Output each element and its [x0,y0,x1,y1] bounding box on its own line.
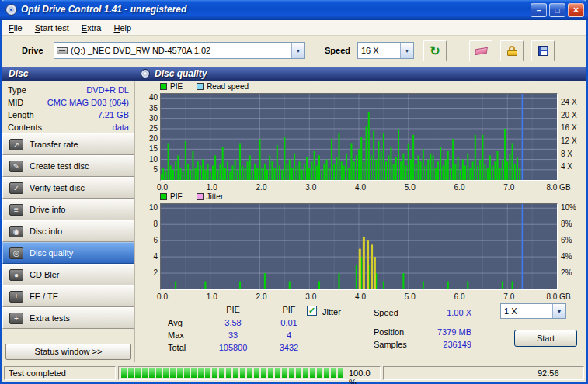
elapsed-time: 92:56 [538,368,559,378]
axis-tick-label: 6.0 [443,183,477,192]
axis-tick-label: 10% [561,203,576,212]
disc-info-icon: ◉ [9,226,23,237]
progress-segment [191,368,197,378]
axis-tick-label: 35 [141,104,158,112]
refresh-button[interactable]: ↻ [423,40,447,61]
disc-type-label: Type [8,85,26,95]
close-button[interactable]: × [568,3,584,17]
sidebar-item-drive-info[interactable]: ≡ Drive info [2,199,134,220]
time-panel: 92:56 [383,366,584,380]
disc-length-row: Length 7.21 GB [2,109,134,121]
sidebar-item-create-test-disc[interactable]: ✎ Create test disc [2,155,134,177]
drive-select[interactable]: (Q:) _NEC DVD_RW ND-4570A 1.02 ▼ [54,42,305,59]
read-speed-legend-swatch [197,83,204,90]
axis-tick-label: 2% [561,268,572,277]
title-bar: Opti Drive Control 1.41 - unregistered –… [0,0,588,20]
axis-tick-label: 30 [141,114,158,123]
jitter-checkbox-label: Jitter [322,307,341,317]
axis-tick-label: 7.0 [492,292,526,301]
speed-dropdown-arrow-icon[interactable]: ▼ [400,43,413,58]
progress-segment [317,368,322,378]
sidebar-item-fe-te[interactable]: ± FE / TE [2,285,134,307]
maximize-button[interactable]: □ [549,3,565,17]
axis-tick-label: 40 [141,93,158,102]
progress-segment [226,368,231,378]
axis-tick-label: 0.0 [145,183,179,192]
register-button[interactable] [500,40,524,61]
sidebar-item-label: FE / TE [30,292,58,301]
checkmark-icon: ✓ [308,306,315,315]
app-cd-icon [5,4,17,16]
sidebar-item-transfer-rate[interactable]: ↗ Transfer rate [2,133,134,155]
axis-tick-label: 3.0 [294,292,328,301]
menu-file[interactable]: File [2,22,29,34]
save-button[interactable] [531,40,555,61]
transfer-rate-icon: ↗ [9,139,23,150]
progress-segment [254,368,259,378]
menu-help[interactable]: Help [107,22,137,34]
progress-segment [170,368,176,378]
sidebar-item-disc-quality[interactable]: ◎ Disc quality [2,242,134,264]
menu-start-test[interactable]: Start test [29,22,75,34]
disc-mid-value: CMC MAG D03 (064) [47,98,129,107]
save-disk-icon [538,46,548,56]
pif-legend-label: PIF [170,192,183,201]
pie-chart: 51015202530354024 X20 X16 X12 X8 X4 X0.0… [160,93,558,181]
disc-type-value: DVD+R DL [86,85,129,95]
sidebar-item-label: Verify test disc [30,183,85,192]
samples-stat-label: Samples [374,340,407,349]
start-button[interactable]: Start [514,330,577,347]
erase-disc-button[interactable] [469,40,492,61]
progress-segment [135,368,141,378]
axis-tick-label: 2 [141,268,158,277]
axis-tick-label: 1.0 [195,183,229,192]
pie-chart-canvas [161,94,557,180]
axis-tick-label: 5.0 [393,292,427,301]
max-pif-value: 4 [263,330,315,340]
progress-segment [163,368,169,378]
progress-percent: 100.0 % [349,368,380,384]
minimize-button[interactable]: – [531,3,547,17]
progress-segment [331,368,336,378]
speed-stat-value: 1.00 X [405,308,471,317]
progress-segment [282,368,287,378]
drive-label: Drive [22,46,43,55]
menu-extra[interactable]: Extra [75,22,108,34]
pif-chart-canvas [161,204,557,289]
pie-column-header: PIE [206,305,260,314]
progress-segment [149,368,155,378]
speed-select[interactable]: 16 X ▼ [357,42,414,59]
drive-icon [57,47,68,54]
progress-segment [324,368,329,378]
eraser-icon [475,47,488,54]
sidebar-item-extra-tests[interactable]: + Extra tests [2,307,134,329]
sidebar-item-verify-test-disc[interactable]: ✓ Verify test disc [2,177,134,199]
axis-tick-label: 4.0 [343,292,378,301]
progress-segment [128,368,134,378]
test-speed-select[interactable]: 1 X ▼ [500,303,566,319]
sidebar-item-disc-info[interactable]: ◉ Disc info [2,220,134,242]
jitter-checkbox[interactable]: ✓ [307,306,317,316]
axis-tick-label: 20 [141,134,158,143]
create-test-disc-icon: ✎ [9,161,23,172]
drive-select-value: (Q:) _NEC DVD_RW ND-4570A 1.02 [68,46,291,55]
sidebar-item-label: Transfer rate [30,140,78,149]
progress-segment [212,368,217,378]
test-speed-dropdown-arrow-icon[interactable]: ▼ [552,304,565,318]
pie-chart-legend: PIE Read speed [160,82,249,91]
progress-segment [219,368,224,378]
axis-tick-label: 6% [561,236,572,244]
axis-tick-label: 5.0 [393,183,427,192]
samples-stat-value: 236149 [405,340,471,349]
test-speed-select-value: 1 X [501,306,552,316]
disc-contents-row: Contents data [2,121,134,133]
pie-legend-swatch [160,83,167,90]
drive-dropdown-arrow-icon[interactable]: ▼ [291,43,304,58]
pif-chart: 24681010%8%6%4%2%0.01.02.03.04.05.06.07.… [160,203,558,290]
maximize-icon: □ [555,6,559,15]
progress-segment [296,368,301,378]
disc-quality-icon: ◎ [9,247,23,259]
sidebar-item-cd-bler[interactable]: ● CD Bler [2,264,134,285]
pie-legend-label: PIE [170,82,183,91]
status-window-button[interactable]: Status window >> [5,344,131,360]
